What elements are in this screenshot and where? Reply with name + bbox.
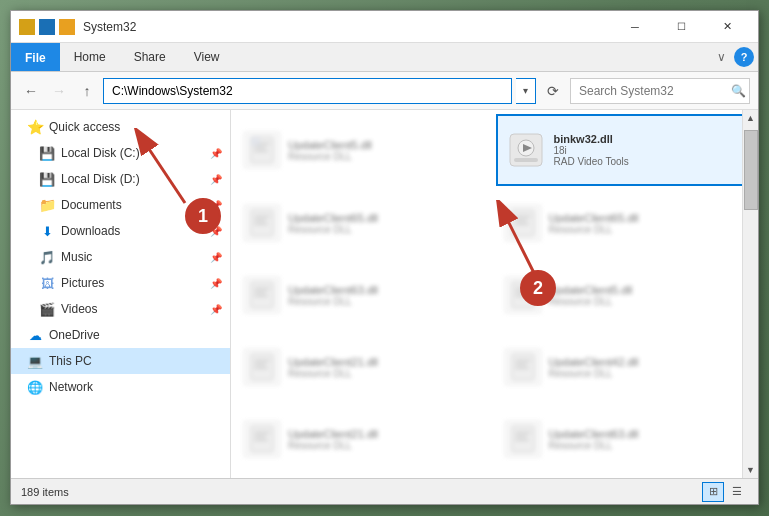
- binkw32-icon: [506, 130, 546, 170]
- window-title: System32: [83, 20, 612, 34]
- ribbon-expand-icon[interactable]: ∨: [709, 46, 734, 68]
- search-input[interactable]: [570, 78, 750, 104]
- file-item-updateclient21a[interactable]: UpdateClient21.dll Resource DLL: [235, 332, 494, 402]
- pictures-icon: 🖼: [39, 275, 55, 291]
- file-item-updateclient21b[interactable]: UpdateClient21.dll Resource DLL: [235, 404, 494, 474]
- svg-rect-30: [515, 360, 530, 362]
- list-view-button[interactable]: ☰: [726, 482, 748, 502]
- pin-c-icon: 📌: [210, 148, 222, 159]
- svg-rect-3: [255, 150, 268, 152]
- svg-rect-10: [255, 216, 270, 218]
- arrow-1-svg: [125, 128, 205, 208]
- forward-button[interactable]: →: [47, 79, 71, 103]
- sidebar-item-network[interactable]: 🌐 Network: [11, 374, 230, 400]
- disk-d-icon: 💾: [39, 171, 55, 187]
- binkw32-type: 18i: [554, 145, 745, 156]
- svg-rect-38: [515, 432, 530, 434]
- scroll-up-button[interactable]: ▲: [743, 110, 759, 126]
- sidebar-label-pictures: Pictures: [61, 276, 104, 290]
- file-name-1: UpdateClient5.dll: [288, 139, 485, 151]
- explorer-window: System32 ─ ☐ ✕ File Home Share View ∨ ? …: [10, 10, 759, 505]
- sidebar-item-music[interactable]: 🎵 Music 📌: [11, 244, 230, 270]
- sidebar-item-onedrive[interactable]: ☁ OneDrive: [11, 322, 230, 348]
- help-button[interactable]: ?: [734, 47, 754, 67]
- downloads-icon: ⬇: [39, 223, 55, 239]
- file-item-binkw32[interactable]: binkw32.dll 18i RAD Video Tools: [496, 114, 755, 186]
- view-buttons: ⊞ ☰: [702, 482, 748, 502]
- address-dropdown[interactable]: ▾: [516, 78, 536, 104]
- up-button[interactable]: ↑: [75, 79, 99, 103]
- file-item-updateclient5[interactable]: UpdateClient5.dll Resource DLL: [235, 114, 494, 186]
- grid-view-button[interactable]: ⊞: [702, 482, 724, 502]
- sidebar-item-this-pc[interactable]: 💻 This PC: [11, 348, 230, 374]
- binkw32-name: binkw32.dll: [554, 133, 745, 145]
- search-icon[interactable]: 🔍: [731, 84, 746, 98]
- annotation-circle-2: 2: [520, 270, 556, 306]
- file-item-updateclient65a[interactable]: UpdateClient65.dll Resource DLL: [235, 188, 494, 258]
- status-bar: 189 items ⊞ ☰: [11, 478, 758, 504]
- dll-icon-2: [244, 205, 280, 241]
- documents-icon: 📁: [39, 197, 55, 213]
- sidebar-item-videos[interactable]: 🎬 Videos 📌: [11, 296, 230, 322]
- svg-rect-40: [515, 439, 528, 441]
- svg-rect-28: [255, 367, 268, 369]
- title-bar: System32 ─ ☐ ✕: [11, 11, 758, 43]
- sidebar-label-music: Music: [61, 250, 92, 264]
- title-icons: [19, 19, 75, 35]
- search-wrapper: 🔍: [570, 78, 750, 104]
- svg-rect-27: [255, 363, 266, 365]
- sidebar-item-pictures[interactable]: 🖼 Pictures 📌: [11, 270, 230, 296]
- svg-rect-39: [515, 435, 526, 437]
- back-button[interactable]: ←: [19, 79, 43, 103]
- arrow-2-svg: [480, 200, 560, 280]
- close-button[interactable]: ✕: [704, 11, 750, 43]
- sidebar-label-documents: Documents: [61, 198, 122, 212]
- scrollbar[interactable]: ▲ ▼: [742, 110, 758, 478]
- svg-rect-11: [255, 219, 266, 221]
- svg-rect-4: [251, 137, 260, 146]
- title-icon-blue: [39, 19, 55, 35]
- window-controls: ─ ☐ ✕: [612, 11, 750, 43]
- maximize-button[interactable]: ☐: [658, 11, 704, 43]
- music-icon: 🎵: [39, 249, 55, 265]
- tab-file[interactable]: File: [11, 43, 60, 71]
- refresh-button[interactable]: ⟳: [540, 78, 566, 104]
- dll-icon-1: [244, 132, 280, 168]
- scroll-down-button[interactable]: ▼: [743, 462, 759, 478]
- svg-rect-2: [255, 146, 266, 148]
- file-area: UpdateClient5.dll Resource DLL: [231, 110, 758, 478]
- annotation-circle-1: 1: [185, 198, 221, 234]
- file-content: UpdateClient5.dll Resource DLL: [231, 110, 758, 478]
- svg-rect-36: [255, 439, 268, 441]
- svg-rect-26: [255, 360, 270, 362]
- pin-d-icon: 📌: [210, 174, 222, 185]
- scroll-thumb[interactable]: [744, 130, 758, 210]
- file-info-1: UpdateClient5.dll Resource DLL: [288, 139, 485, 162]
- pin-music-icon: 📌: [210, 252, 222, 263]
- svg-line-44: [505, 215, 535, 275]
- title-icon-orange: [59, 19, 75, 35]
- main-area: ⭐ Quick access 💾 Local Disk (C:) 📌 💾 Loc…: [11, 110, 758, 478]
- ribbon-tabs: File Home Share View ∨ ?: [11, 43, 758, 71]
- status-item-count: 189 items: [21, 486, 702, 498]
- tab-home[interactable]: Home: [60, 43, 120, 71]
- pin-videos-icon: 📌: [210, 304, 222, 315]
- disk-c-icon: 💾: [39, 145, 55, 161]
- sidebar-label-this-pc: This PC: [49, 354, 92, 368]
- file-item-updateclient63b[interactable]: UpdateClient63.dll Resource DLL: [496, 404, 755, 474]
- svg-line-42: [145, 143, 185, 203]
- file-item-updateclient63a[interactable]: UpdateClient63.dll Resource DLL: [235, 260, 494, 330]
- sidebar-label-quick-access: Quick access: [49, 120, 120, 134]
- file-item-updateclient42[interactable]: UpdateClient42.dll Resource DLL: [496, 332, 755, 402]
- minimize-button[interactable]: ─: [612, 11, 658, 43]
- this-pc-icon: 💻: [27, 353, 43, 369]
- tab-share[interactable]: Share: [120, 43, 180, 71]
- tab-view[interactable]: View: [180, 43, 234, 71]
- address-input[interactable]: [103, 78, 512, 104]
- svg-rect-18: [255, 288, 270, 290]
- quick-access-icon: ⭐: [27, 119, 43, 135]
- sidebar-label-downloads: Downloads: [61, 224, 120, 238]
- sidebar-label-videos: Videos: [61, 302, 97, 316]
- address-bar: ← → ↑ ▾ ⟳ 🔍: [11, 72, 758, 110]
- sidebar-label-onedrive: OneDrive: [49, 328, 100, 342]
